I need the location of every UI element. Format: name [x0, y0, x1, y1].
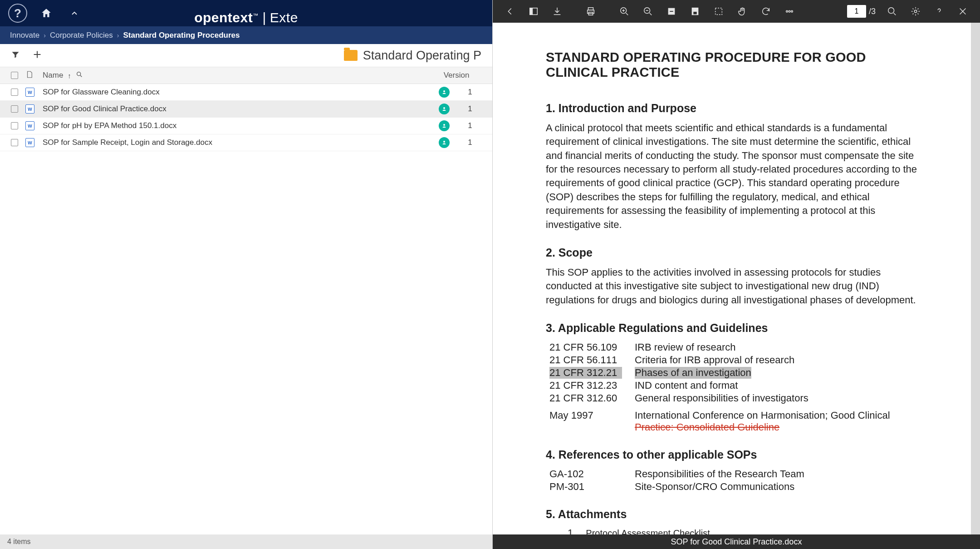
breadcrumb-item[interactable]: Innovate: [10, 31, 39, 40]
svg-point-14: [791, 10, 793, 12]
list-header: Name ↑ Version: [0, 67, 492, 84]
zoom-out-icon: [643, 6, 653, 16]
select-region-button[interactable]: [707, 0, 730, 23]
fit-page-button[interactable]: [683, 0, 707, 23]
reg-desc: IRB review of research: [635, 341, 736, 353]
file-name[interactable]: SOP for Sample Receipt, Login and Storag…: [40, 138, 439, 147]
fit-width-icon: [666, 6, 676, 16]
close-icon: [958, 6, 968, 16]
folder-toolbar: Standard Operating P: [0, 44, 492, 67]
reg-desc: IND content and format: [635, 380, 738, 391]
marquee-icon: [714, 6, 724, 16]
file-name[interactable]: SOP for pH by EPA Method 150.1.docx: [40, 121, 439, 130]
section-heading: 2. Scope: [546, 246, 918, 259]
ref-code: PM-301: [549, 481, 622, 493]
print-button[interactable]: [579, 0, 603, 23]
svg-rect-3: [588, 8, 593, 10]
section-paragraph: This SOP applies to the activities invol…: [546, 266, 918, 307]
svg-point-16: [914, 10, 917, 13]
home-button[interactable]: [37, 4, 55, 22]
download-icon: [552, 6, 562, 16]
nav-up-button[interactable]: [65, 4, 83, 22]
close-viewer-button[interactable]: [951, 0, 975, 23]
fit-width-button[interactable]: [660, 0, 683, 23]
row-checkbox[interactable]: [11, 139, 18, 146]
attachment-number: 1.: [568, 527, 576, 534]
reg-desc: General responsibilities of investigator…: [635, 392, 808, 404]
ref-desc: Site-Sponsor/CRO Communications: [635, 481, 794, 493]
settings-button[interactable]: [904, 0, 927, 23]
table-row[interactable]: SOP for Good Clinical Practice.docx1: [0, 101, 492, 118]
column-name-header[interactable]: Name: [43, 71, 63, 80]
svg-point-12: [786, 10, 788, 12]
download-button[interactable]: [545, 0, 569, 23]
regulations-list: May 1997 International Conference on Har…: [549, 409, 918, 434]
prev-page-button[interactable]: [498, 0, 522, 23]
word-doc-icon: [25, 121, 34, 130]
column-search-button[interactable]: [76, 71, 83, 80]
status-badge: [439, 87, 450, 98]
document-scroll-area[interactable]: STANDARD OPERATING PROCEDURE FOR GOOD CL…: [493, 23, 980, 534]
row-checkbox[interactable]: [11, 105, 18, 113]
topbar: ? opentext™ |Exte: [0, 0, 492, 26]
panel-icon: [529, 6, 539, 16]
gear-icon: [911, 6, 921, 16]
viewer-toolbar: /3: [493, 0, 980, 23]
sort-asc-icon[interactable]: ↑: [68, 72, 71, 79]
file-name[interactable]: SOP for Glassware Cleaning.docx: [40, 88, 439, 97]
reg-desc: Phases of an investigation: [635, 367, 751, 379]
ref-desc: Responsibilities of the Research Team: [635, 468, 804, 480]
svg-point-0: [77, 72, 81, 75]
plus-icon: [33, 50, 42, 59]
references-list: GA-102Responsibilities of the Research T…: [549, 468, 918, 493]
column-version-header[interactable]: Version: [441, 71, 481, 80]
word-doc-icon: [25, 138, 34, 147]
reg-code: 21 CFR 312.23: [549, 380, 622, 391]
table-row[interactable]: SOP for Glassware Cleaning.docx1: [0, 84, 492, 101]
search-button[interactable]: [880, 0, 904, 23]
file-browser-pane: ? opentext™ |Exte Innovate › Corporate P…: [0, 0, 492, 549]
svg-rect-2: [530, 8, 533, 15]
svg-point-15: [888, 8, 894, 14]
zoom-out-button[interactable]: [636, 0, 660, 23]
section-heading: 3. Applicable Regulations and Guidelines: [546, 321, 918, 335]
help-icon: [934, 6, 944, 16]
rotate-button[interactable]: [754, 0, 778, 23]
zoom-in-icon: [619, 6, 629, 16]
sidebar-toggle-button[interactable]: [522, 0, 545, 23]
more-button[interactable]: [778, 0, 801, 23]
pan-button[interactable]: [730, 0, 754, 23]
status-badge: [439, 137, 450, 148]
breadcrumb-item[interactable]: Corporate Policies: [50, 31, 113, 40]
section-heading: 5. Attachments: [546, 508, 918, 521]
attachment-label: Protocol Assessment Checklist: [586, 528, 710, 534]
breadcrumb-item-active[interactable]: Standard Operating Procedures: [123, 31, 240, 40]
status-bar: 4 items: [0, 534, 492, 549]
reg-code: 21 CFR 312.60: [549, 392, 622, 404]
zoom-in-button[interactable]: [612, 0, 636, 23]
attachments-list: 1. Protocol Assessment Checklist: [568, 527, 918, 534]
table-row[interactable]: SOP for Sample Receipt, Login and Storag…: [0, 134, 492, 151]
row-checkbox[interactable]: [11, 122, 18, 129]
select-all-checkbox[interactable]: [11, 72, 18, 79]
doc-title: STANDARD OPERATING PROCEDURE FOR GOOD CL…: [546, 50, 918, 80]
help-button[interactable]: ?: [8, 4, 27, 23]
brand-label: opentext™ |Exte: [194, 10, 298, 25]
svg-point-13: [789, 10, 790, 12]
page-number-input[interactable]: [847, 5, 866, 18]
page-total-label: /3: [869, 7, 876, 16]
word-doc-icon: [25, 104, 34, 114]
status-badge: [439, 104, 450, 114]
table-row[interactable]: SOP for pH by EPA Method 150.1.docx1: [0, 118, 492, 134]
reg-code: May 1997: [549, 410, 622, 433]
fit-page-icon: [690, 6, 700, 16]
filter-icon: [11, 50, 20, 59]
item-count: 4 items: [7, 538, 31, 546]
file-name[interactable]: SOP for Good Clinical Practice.docx: [40, 104, 439, 114]
reg-code: 21 CFR 56.109: [549, 341, 622, 353]
viewer-help-button[interactable]: [927, 0, 951, 23]
file-version: 1: [459, 104, 481, 114]
filter-button[interactable]: [11, 50, 22, 61]
row-checkbox[interactable]: [11, 89, 18, 96]
add-button[interactable]: [33, 50, 44, 61]
